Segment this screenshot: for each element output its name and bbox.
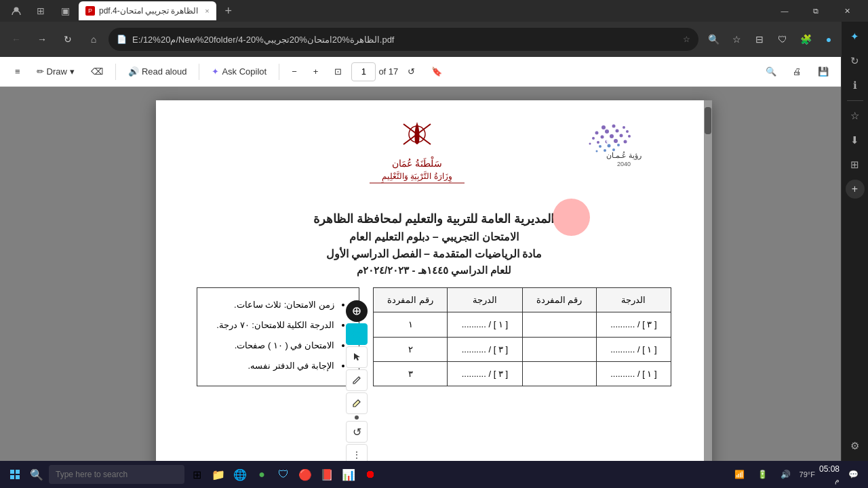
svg-point-13 [589,143,591,145]
split-screen-icon[interactable]: ⊟ [749,28,770,50]
svg-point-20 [617,144,620,146]
active-tab[interactable]: P pdf.4-الظاهرة تجريبي امتحان × [79,1,216,20]
clock-display[interactable]: 05:08 م [819,464,840,485]
search-pdf-button[interactable]: 🔍 [759,61,783,83]
sidebar-download-icon[interactable]: ⬇ [846,131,865,150]
sidebar-add-button[interactable]: + [846,180,865,199]
eye-tool-button[interactable] [346,323,368,345]
info-item-1: زمن الامتحان: ثلاث ساعات. [208,296,334,314]
floating-toolbar-handle[interactable] [346,300,368,322]
tab-close-button[interactable]: × [205,7,209,15]
extensions-icon[interactable]: 🧩 [795,28,816,50]
refresh-button[interactable]: ↻ [57,28,79,50]
item-num-cell [522,312,596,337]
browser-window: ⊞ ▣ P pdf.4-الظاهرة تجريبي امتحان × + — … [0,0,868,461]
svg-point-3 [623,126,625,129]
table-header-4: رقم المفردة [374,288,448,312]
profile-icon[interactable] [5,0,27,22]
minimize-button[interactable]: — [769,0,800,22]
page-number-input[interactable] [351,62,376,81]
edge-icon[interactable]: ● [818,28,840,50]
svg-point-21 [596,150,598,152]
erase-button[interactable]: ⌫ [84,61,110,83]
maximize-button[interactable]: ⧉ [800,0,831,22]
browser-essentials-icon[interactable]: 🛡 [772,28,793,50]
read-aloud-button[interactable]: 🔊 Read aloud [121,61,194,83]
separator-2 [199,64,199,80]
taskview-icon[interactable]: ⊞ [187,465,206,484]
new-tab-button[interactable]: + [219,1,238,20]
rotate-button[interactable]: ↺ [401,61,422,83]
pdf-subtitle-1: الامتحان التجريبي – دبلوم التعليم العام [197,230,671,243]
app5-icon[interactable]: 🔴 [296,465,315,484]
svg-rect-38 [16,470,20,474]
cursor-tool-button[interactable] [346,346,368,368]
svg-rect-37 [10,470,14,474]
chrome-icon[interactable]: ● [252,465,271,484]
zoom-icon[interactable]: 🔍 [703,28,724,50]
pdf-titles: المديرية العامة للتربية والتعليم لمحافظة… [197,211,671,277]
taskbar-search-input[interactable] [49,465,184,484]
record-icon[interactable]: ⏺ [361,465,380,484]
close-button[interactable]: ✕ [831,0,863,22]
star-icon[interactable]: ☆ [683,35,690,44]
title-bar: ⊞ ▣ P pdf.4-الظاهرة تجريبي امتحان × + — … [0,0,868,22]
home-button[interactable]: ⌂ [83,28,104,50]
file-explorer-icon[interactable]: 📁 [209,465,228,484]
battery-icon[interactable]: 🔋 [753,465,772,484]
svg-point-7 [626,130,629,133]
highlight-button[interactable]: ≡ [8,61,27,83]
info-list: زمن الامتحان: ثلاث ساعات. الدرجة الكلية … [208,296,348,375]
save-button[interactable]: 💾 [811,61,835,83]
collections-icon[interactable]: ⊞ [30,0,52,22]
sidebar-settings-icon[interactable]: ⚙ [846,436,865,455]
volume-icon[interactable]: 🔊 [776,465,795,484]
sidebar-favorites-icon[interactable]: ☆ [846,106,865,125]
page-total: of 17 [378,66,398,77]
ask-copilot-button[interactable]: ✦ Ask Copilot [205,61,273,83]
svg-point-2 [612,125,616,128]
draw-button[interactable]: ✏ Draw ▾ [30,61,81,83]
sidebar-collections-icon[interactable]: ⊞ [846,155,865,174]
fit-page-button[interactable]: ⊡ [328,61,349,83]
more-tool-button[interactable]: ⋮ [346,444,368,461]
grades-table: الدرجة رقم المفردة الدرجة رقم المفردة [ … [373,287,671,386]
address-bar-input[interactable]: 📄 E:/12%20م/New%20folder/4-الظاهرة%20امت… [108,28,698,51]
pdf-subtitle-2: مادة الرياضيات المتقدمة – الفصل الدراسي … [197,247,671,260]
workspaces-icon[interactable]: ▣ [54,0,76,22]
highlighter-tool-button[interactable] [346,392,368,414]
edge-taskbar-icon[interactable]: 🌐 [231,465,250,484]
page-navigation: of 17 [351,62,398,81]
app6-icon[interactable]: 📕 [317,465,336,484]
bookmark-button[interactable]: 🔖 [425,61,449,83]
table-row: [ ٣ ] / .......... [ ١ ] / .......... ١ [374,312,671,337]
back-button[interactable]: ← [5,28,27,50]
favorites-icon[interactable]: ☆ [726,28,747,50]
notification-icon[interactable]: 💬 [844,465,863,484]
scrollbar-thumb[interactable] [705,107,711,134]
pdf-scrollbar[interactable] [704,100,712,461]
pdf-main-title: المديرية العامة للتربية والتعليم لمحافظة… [197,211,671,226]
zoom-in-button[interactable]: + [307,61,326,83]
sidebar-info-icon[interactable]: ℹ [846,76,865,95]
network-icon[interactable]: 📶 [730,465,749,484]
undo-tool-button[interactable]: ↺ [346,421,368,443]
separator-1 [115,64,116,80]
print-button[interactable]: 🖨 [786,61,808,83]
date-display: م [819,475,840,485]
zoom-out-button[interactable]: − [285,61,304,83]
forward-button[interactable]: → [31,28,53,50]
svg-text:رؤية عُـمـان: رؤية عُـمـان [606,151,642,160]
pen-tool-button[interactable] [346,369,368,391]
toolbar-right: 🔍 ☆ ⊟ 🛡 🧩 ● ··· [703,28,863,50]
svg-rect-39 [10,475,14,479]
sidebar-copilot-icon[interactable]: ✦ [846,27,865,46]
sidebar-refresh-icon[interactable]: ↻ [846,52,865,70]
taskbar-right: 📶 🔋 🔊 79°F 05:08 م 💬 [730,464,863,485]
start-button[interactable] [5,465,24,484]
defender-icon[interactable]: 🛡 [274,465,293,484]
tool-dot [355,415,359,420]
svg-text:2040: 2040 [617,161,631,167]
search-taskbar-icon[interactable]: 🔍 [27,465,46,484]
powerpoint-icon[interactable]: 📊 [339,465,358,484]
